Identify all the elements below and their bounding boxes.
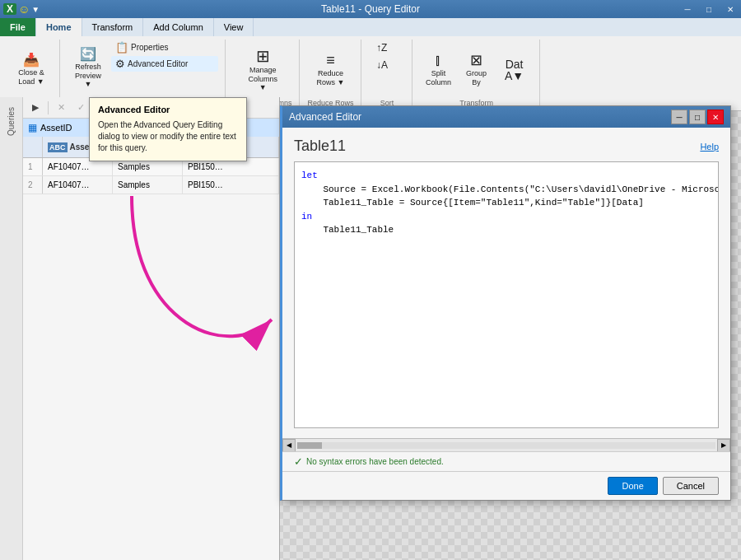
adv-title-row: Table11 Help (294, 138, 719, 155)
adv-dialog-title-bar: Advanced Editor ─ □ ✕ (282, 106, 730, 128)
adv-query-title: Table11 (294, 138, 346, 155)
scroll-left-button[interactable]: ◀ (282, 439, 296, 452)
cell-2-3: PBI150… (183, 176, 279, 194)
sort-items: ↑Z ↓A (372, 40, 402, 99)
sort-asc-icon: ↑Z (376, 42, 387, 54)
reduce-rows-icon: ≡ (326, 53, 335, 68)
sort-desc-icon: ↓A (376, 59, 388, 71)
adv-minimize-button[interactable]: ─ (671, 110, 687, 124)
qat-dropdown-icon[interactable]: ▼ (31, 5, 40, 14)
row-num-header (23, 137, 43, 157)
minimize-button[interactable]: ─ (677, 0, 698, 18)
close-load-icon: 📥 (23, 54, 40, 67)
tab-file[interactable]: File (0, 18, 36, 36)
scroll-right-button[interactable]: ▶ (717, 439, 730, 452)
query-editor-panel: Queries ▶ ✕ ✓ ▦ AssetID ABC AssetID AB (0, 97, 280, 560)
refresh-label: RefreshPreview ▼ (71, 63, 105, 89)
check-button[interactable]: ✓ (72, 100, 90, 116)
split-column-icon: ⫿ (435, 53, 442, 68)
tab-transform[interactable]: Transform (82, 18, 144, 36)
tab-view[interactable]: View (214, 18, 254, 36)
query-stacked-buttons: 📋 Properties ⚙ Advanced Editor (111, 40, 218, 72)
manage-columns-label: ManageColumns ▼ (244, 66, 282, 92)
cell-2-2: Samples (113, 176, 183, 194)
advanced-editor-label: Advanced Editor (128, 59, 188, 68)
close-load-button[interactable]: 📥 Close &Load ▼ (10, 41, 53, 97)
status-text: No syntax errors have been detected. (306, 457, 444, 466)
code-line-5: Table11_Table (301, 223, 711, 237)
smiley-icon: ☺ (18, 2, 30, 16)
adv-help-link[interactable]: Help (700, 142, 719, 152)
split-column-label: SplitColumn (426, 69, 451, 87)
manage-columns-items: ⊞ ManageColumns ▼ (241, 40, 284, 99)
properties-icon: 📋 (115, 42, 128, 53)
advanced-editor-icon: ⚙ (115, 58, 125, 69)
reduce-rows-label: ReduceRows ▼ (317, 69, 345, 87)
properties-button[interactable]: 📋 Properties (111, 40, 218, 55)
code-line-4: in (301, 210, 711, 224)
code-line-1: let (301, 169, 711, 183)
split-column-button[interactable]: ⫿ SplitColumn (421, 41, 457, 97)
group-by-icon: ⊠ (470, 53, 482, 68)
adv-footer: Done Cancel (282, 471, 730, 500)
group-by-button[interactable]: ⊠ GroupBy (459, 41, 495, 97)
reduce-rows-items: ≡ ReduceRows ▼ (310, 40, 352, 99)
query-item-label: AssetID (40, 123, 72, 133)
sort-desc-button[interactable]: ↓A (372, 57, 402, 73)
sort-asc-button[interactable]: ↑Z (372, 40, 402, 56)
window-title: Table11 - Query Editor (321, 3, 420, 15)
row-num-2: 2 (23, 176, 43, 194)
query-item-icon: ▦ (28, 122, 37, 133)
delete-query-button[interactable]: ✕ (52, 100, 70, 116)
close-load-label: Close &Load ▼ (18, 68, 44, 86)
properties-label: Properties (131, 43, 169, 52)
adv-close-button[interactable]: ✕ (707, 110, 724, 124)
table-row: 2 AF10407… Samples PBI150… (23, 176, 279, 194)
adv-status: ✓ No syntax errors have been detected. (282, 451, 730, 471)
adv-dialog-title: Advanced Editor (289, 111, 361, 123)
query-group-items: 🔄 RefreshPreview ▼ 📋 Properties ⚙ Advanc… (68, 40, 218, 99)
code-editor[interactable]: let Source = Excel.Workbook(File.Content… (294, 161, 719, 428)
maximize-button[interactable]: □ (698, 0, 720, 18)
ribbon-group-transform: ⫿ SplitColumn ⊠ GroupBy DatA▼ Transform (414, 40, 540, 110)
data-type-icon: DatA▼ (505, 58, 524, 82)
excel-logo: X (3, 3, 16, 15)
reduce-rows-button[interactable]: ≡ ReduceRows ▼ (310, 41, 352, 97)
done-button[interactable]: Done (608, 477, 657, 495)
expand-button[interactable]: ▶ (26, 100, 44, 116)
adv-maximize-button[interactable]: □ (689, 110, 706, 124)
data-grid: ABC AssetID ABC Samples Dat 1 AF10407… S… (23, 137, 279, 560)
cell-2-1: AF10407… (43, 176, 113, 194)
advanced-editor-dialog: Advanced Editor ─ □ ✕ Table11 Help let S… (280, 105, 731, 501)
tooltip-body: Open the Advanced Query Editing dialog t… (98, 119, 238, 154)
tab-home[interactable]: Home (36, 18, 82, 36)
adv-title-controls: ─ □ ✕ (671, 110, 724, 124)
row-num-1: 1 (23, 158, 43, 175)
data-type-button[interactable]: DatA▼ (496, 41, 533, 97)
code-line-3: Table11_Table = Source{[Item="Table11",K… (301, 196, 711, 210)
group-by-label: GroupBy (466, 69, 487, 87)
ribbon-tab-bar: File Home Transform Add Column View (0, 18, 741, 36)
queries-sidebar-label[interactable]: Queries (7, 107, 16, 136)
adv-dialog-body: Table11 Help let Source = Excel.Workbook… (282, 128, 730, 438)
advanced-editor-tooltip: Advanced Editor Open the Advanced Query … (89, 97, 247, 161)
scroll-thumb[interactable] (297, 442, 322, 449)
col-icon-1: ABC (48, 142, 68, 152)
advanced-editor-button[interactable]: ⚙ Advanced Editor (111, 56, 218, 72)
close-button[interactable]: ✕ (720, 0, 741, 18)
refresh-preview-button[interactable]: 🔄 RefreshPreview ▼ (68, 40, 108, 96)
transform-items: ⫿ SplitColumn ⊠ GroupBy DatA▼ (421, 40, 533, 99)
quick-access-toolbar: X ☺ ▼ (0, 0, 40, 18)
window-controls: ─ □ ✕ (677, 0, 741, 18)
tab-add-column[interactable]: Add Column (143, 18, 214, 36)
cancel-button[interactable]: Cancel (663, 477, 719, 495)
title-bar: X ☺ ▼ Table11 - Query Editor ─ □ ✕ (0, 0, 741, 18)
status-check-icon: ✓ (294, 455, 303, 468)
tooltip-title: Advanced Editor (98, 105, 238, 114)
queries-sidebar: Queries (0, 97, 23, 560)
manage-columns-icon: ⊞ (256, 48, 270, 64)
refresh-icon: 🔄 (80, 48, 96, 61)
scroll-track[interactable] (297, 442, 715, 449)
manage-columns-button[interactable]: ⊞ ManageColumns ▼ (241, 41, 284, 97)
adv-horizontal-scrollbar[interactable]: ◀ ▶ (282, 438, 730, 451)
